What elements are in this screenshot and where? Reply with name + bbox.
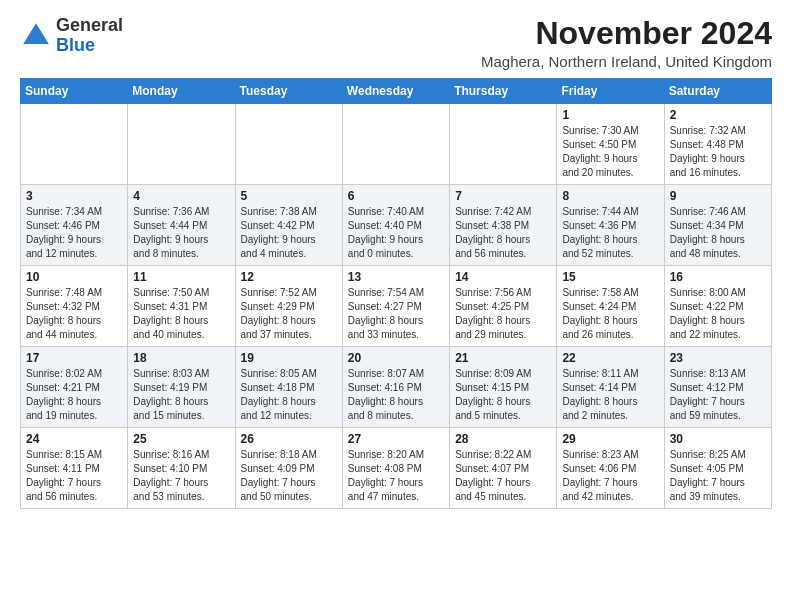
- calendar-cell: 30Sunrise: 8:25 AM Sunset: 4:05 PM Dayli…: [664, 428, 771, 509]
- day-info: Sunrise: 8:02 AM Sunset: 4:21 PM Dayligh…: [26, 367, 122, 423]
- day-info: Sunrise: 7:54 AM Sunset: 4:27 PM Dayligh…: [348, 286, 444, 342]
- day-number: 26: [241, 432, 337, 446]
- day-number: 12: [241, 270, 337, 284]
- calendar-cell: 20Sunrise: 8:07 AM Sunset: 4:16 PM Dayli…: [342, 347, 449, 428]
- day-of-week-header: Friday: [557, 79, 664, 104]
- day-number: 11: [133, 270, 229, 284]
- day-number: 6: [348, 189, 444, 203]
- day-info: Sunrise: 8:13 AM Sunset: 4:12 PM Dayligh…: [670, 367, 766, 423]
- day-number: 28: [455, 432, 551, 446]
- day-info: Sunrise: 8:11 AM Sunset: 4:14 PM Dayligh…: [562, 367, 658, 423]
- calendar-cell: 10Sunrise: 7:48 AM Sunset: 4:32 PM Dayli…: [21, 266, 128, 347]
- day-number: 19: [241, 351, 337, 365]
- calendar-cell: [342, 104, 449, 185]
- day-number: 20: [348, 351, 444, 365]
- day-info: Sunrise: 8:05 AM Sunset: 4:18 PM Dayligh…: [241, 367, 337, 423]
- day-info: Sunrise: 7:44 AM Sunset: 4:36 PM Dayligh…: [562, 205, 658, 261]
- day-info: Sunrise: 7:56 AM Sunset: 4:25 PM Dayligh…: [455, 286, 551, 342]
- day-info: Sunrise: 7:30 AM Sunset: 4:50 PM Dayligh…: [562, 124, 658, 180]
- day-info: Sunrise: 8:15 AM Sunset: 4:11 PM Dayligh…: [26, 448, 122, 504]
- calendar-cell: 26Sunrise: 8:18 AM Sunset: 4:09 PM Dayli…: [235, 428, 342, 509]
- day-number: 22: [562, 351, 658, 365]
- day-info: Sunrise: 7:58 AM Sunset: 4:24 PM Dayligh…: [562, 286, 658, 342]
- day-info: Sunrise: 7:42 AM Sunset: 4:38 PM Dayligh…: [455, 205, 551, 261]
- day-info: Sunrise: 8:03 AM Sunset: 4:19 PM Dayligh…: [133, 367, 229, 423]
- location: Maghera, Northern Ireland, United Kingdo…: [481, 53, 772, 70]
- logo-blue-text: Blue: [56, 35, 95, 55]
- calendar-cell: 14Sunrise: 7:56 AM Sunset: 4:25 PM Dayli…: [450, 266, 557, 347]
- day-info: Sunrise: 7:40 AM Sunset: 4:40 PM Dayligh…: [348, 205, 444, 261]
- day-of-week-header: Tuesday: [235, 79, 342, 104]
- day-info: Sunrise: 7:32 AM Sunset: 4:48 PM Dayligh…: [670, 124, 766, 180]
- calendar-week-row: 10Sunrise: 7:48 AM Sunset: 4:32 PM Dayli…: [21, 266, 772, 347]
- day-number: 4: [133, 189, 229, 203]
- day-number: 1: [562, 108, 658, 122]
- day-number: 5: [241, 189, 337, 203]
- day-number: 18: [133, 351, 229, 365]
- header: General Blue November 2024 Maghera, Nort…: [20, 16, 772, 70]
- day-info: Sunrise: 8:20 AM Sunset: 4:08 PM Dayligh…: [348, 448, 444, 504]
- calendar-cell: 5Sunrise: 7:38 AM Sunset: 4:42 PM Daylig…: [235, 185, 342, 266]
- day-info: Sunrise: 7:50 AM Sunset: 4:31 PM Dayligh…: [133, 286, 229, 342]
- calendar-cell: 13Sunrise: 7:54 AM Sunset: 4:27 PM Dayli…: [342, 266, 449, 347]
- day-number: 16: [670, 270, 766, 284]
- day-number: 29: [562, 432, 658, 446]
- calendar-cell: 6Sunrise: 7:40 AM Sunset: 4:40 PM Daylig…: [342, 185, 449, 266]
- day-info: Sunrise: 8:23 AM Sunset: 4:06 PM Dayligh…: [562, 448, 658, 504]
- day-info: Sunrise: 8:18 AM Sunset: 4:09 PM Dayligh…: [241, 448, 337, 504]
- calendar-cell: 11Sunrise: 7:50 AM Sunset: 4:31 PM Dayli…: [128, 266, 235, 347]
- calendar-cell: 23Sunrise: 8:13 AM Sunset: 4:12 PM Dayli…: [664, 347, 771, 428]
- calendar-cell: [21, 104, 128, 185]
- calendar-cell: 3Sunrise: 7:34 AM Sunset: 4:46 PM Daylig…: [21, 185, 128, 266]
- day-info: Sunrise: 8:00 AM Sunset: 4:22 PM Dayligh…: [670, 286, 766, 342]
- day-number: 13: [348, 270, 444, 284]
- day-number: 21: [455, 351, 551, 365]
- day-number: 8: [562, 189, 658, 203]
- day-info: Sunrise: 7:52 AM Sunset: 4:29 PM Dayligh…: [241, 286, 337, 342]
- logo-text: General Blue: [56, 16, 123, 56]
- calendar-cell: 17Sunrise: 8:02 AM Sunset: 4:21 PM Dayli…: [21, 347, 128, 428]
- calendar-cell: 1Sunrise: 7:30 AM Sunset: 4:50 PM Daylig…: [557, 104, 664, 185]
- day-of-week-header: Saturday: [664, 79, 771, 104]
- day-number: 14: [455, 270, 551, 284]
- calendar-cell: 24Sunrise: 8:15 AM Sunset: 4:11 PM Dayli…: [21, 428, 128, 509]
- day-of-week-header: Monday: [128, 79, 235, 104]
- day-number: 25: [133, 432, 229, 446]
- day-number: 23: [670, 351, 766, 365]
- day-info: Sunrise: 7:38 AM Sunset: 4:42 PM Dayligh…: [241, 205, 337, 261]
- page: General Blue November 2024 Maghera, Nort…: [0, 0, 792, 525]
- day-of-week-header: Wednesday: [342, 79, 449, 104]
- calendar-header-row: SundayMondayTuesdayWednesdayThursdayFrid…: [21, 79, 772, 104]
- calendar-week-row: 1Sunrise: 7:30 AM Sunset: 4:50 PM Daylig…: [21, 104, 772, 185]
- day-number: 30: [670, 432, 766, 446]
- calendar-cell: [235, 104, 342, 185]
- day-number: 10: [26, 270, 122, 284]
- svg-rect-1: [31, 37, 41, 43]
- logo-general: General: [56, 15, 123, 35]
- calendar-cell: 25Sunrise: 8:16 AM Sunset: 4:10 PM Dayli…: [128, 428, 235, 509]
- calendar-cell: 12Sunrise: 7:52 AM Sunset: 4:29 PM Dayli…: [235, 266, 342, 347]
- day-of-week-header: Sunday: [21, 79, 128, 104]
- day-of-week-header: Thursday: [450, 79, 557, 104]
- calendar-cell: 4Sunrise: 7:36 AM Sunset: 4:44 PM Daylig…: [128, 185, 235, 266]
- day-info: Sunrise: 8:25 AM Sunset: 4:05 PM Dayligh…: [670, 448, 766, 504]
- day-number: 27: [348, 432, 444, 446]
- calendar-cell: 7Sunrise: 7:42 AM Sunset: 4:38 PM Daylig…: [450, 185, 557, 266]
- day-info: Sunrise: 7:48 AM Sunset: 4:32 PM Dayligh…: [26, 286, 122, 342]
- day-number: 3: [26, 189, 122, 203]
- day-info: Sunrise: 8:07 AM Sunset: 4:16 PM Dayligh…: [348, 367, 444, 423]
- calendar-cell: 2Sunrise: 7:32 AM Sunset: 4:48 PM Daylig…: [664, 104, 771, 185]
- day-info: Sunrise: 7:34 AM Sunset: 4:46 PM Dayligh…: [26, 205, 122, 261]
- day-number: 2: [670, 108, 766, 122]
- calendar-week-row: 3Sunrise: 7:34 AM Sunset: 4:46 PM Daylig…: [21, 185, 772, 266]
- calendar-cell: 18Sunrise: 8:03 AM Sunset: 4:19 PM Dayli…: [128, 347, 235, 428]
- day-info: Sunrise: 7:36 AM Sunset: 4:44 PM Dayligh…: [133, 205, 229, 261]
- calendar-cell: [128, 104, 235, 185]
- calendar-cell: 8Sunrise: 7:44 AM Sunset: 4:36 PM Daylig…: [557, 185, 664, 266]
- calendar-cell: 22Sunrise: 8:11 AM Sunset: 4:14 PM Dayli…: [557, 347, 664, 428]
- day-number: 24: [26, 432, 122, 446]
- calendar-cell: 28Sunrise: 8:22 AM Sunset: 4:07 PM Dayli…: [450, 428, 557, 509]
- calendar-cell: [450, 104, 557, 185]
- calendar-cell: 9Sunrise: 7:46 AM Sunset: 4:34 PM Daylig…: [664, 185, 771, 266]
- calendar-cell: 16Sunrise: 8:00 AM Sunset: 4:22 PM Dayli…: [664, 266, 771, 347]
